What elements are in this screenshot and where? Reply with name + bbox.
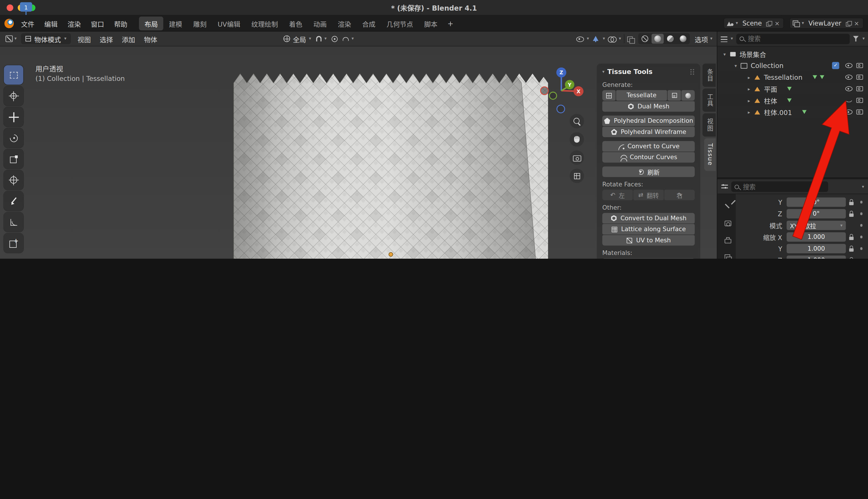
shading-wireframe-button[interactable] bbox=[639, 34, 651, 44]
lock-open-icon[interactable] bbox=[849, 236, 853, 240]
workspace-tab[interactable]: 动画 bbox=[308, 16, 332, 30]
viewport-nav-button[interactable] bbox=[570, 150, 584, 165]
outliner-search-input[interactable] bbox=[747, 34, 846, 43]
tool-button[interactable] bbox=[4, 65, 23, 85]
properties-search-input[interactable] bbox=[742, 182, 825, 191]
tool-button[interactable] bbox=[4, 86, 23, 106]
animate-dot-icon[interactable] bbox=[860, 212, 863, 215]
lock-open-icon[interactable] bbox=[849, 248, 853, 252]
random-materials-button[interactable]: Random Materials bbox=[602, 258, 694, 259]
viewport-3d[interactable]: 用户透视 (1) Collection | Tessellation bbox=[0, 47, 717, 259]
new-scene-icon[interactable] bbox=[766, 21, 771, 25]
blender-logo-icon[interactable] bbox=[4, 19, 14, 28]
workspace-tab[interactable]: 着色 bbox=[284, 16, 308, 30]
expand-icon[interactable] bbox=[745, 98, 753, 103]
remove-viewlayer-icon[interactable] bbox=[853, 20, 860, 26]
tool-button[interactable] bbox=[4, 233, 23, 253]
add-workspace-button[interactable]: + bbox=[443, 18, 458, 29]
menu-item[interactable]: 文件 bbox=[16, 17, 39, 29]
properties-tab[interactable] bbox=[720, 251, 736, 259]
shading-rendered-button[interactable] bbox=[677, 34, 689, 44]
menu-item[interactable]: 窗口 bbox=[86, 17, 109, 29]
scene-selector[interactable]: Scene bbox=[724, 18, 784, 29]
hide-in-viewport-eye-icon[interactable] bbox=[843, 99, 854, 102]
convert-to-curve-button[interactable]: Convert to Curve bbox=[602, 141, 694, 152]
menu-item[interactable]: 渲染 bbox=[62, 17, 86, 29]
drag-handle-icon[interactable] bbox=[690, 69, 694, 75]
menu-item[interactable]: 帮助 bbox=[109, 17, 132, 29]
convert-to-dual-mesh-button[interactable]: Convert to Dual Mesh bbox=[602, 213, 694, 223]
tessellate-settings-button[interactable] bbox=[602, 90, 615, 101]
expand-icon[interactable] bbox=[745, 86, 753, 92]
sidebar-tab[interactable]: Tissue bbox=[704, 138, 716, 171]
new-viewlayer-icon[interactable] bbox=[846, 21, 851, 25]
sidebar-tab[interactable]: 视图 bbox=[702, 113, 716, 136]
rotate-right-button[interactable]: 右 bbox=[664, 190, 694, 200]
workspace-tab[interactable]: 渲染 bbox=[332, 16, 357, 30]
workspace-tab[interactable]: 合成 bbox=[357, 16, 381, 30]
animate-dot-icon[interactable] bbox=[860, 247, 863, 250]
outliner-row[interactable]: Collection ✓ bbox=[717, 60, 868, 71]
lattice-along-surface-button[interactable]: Lattice along Surface bbox=[602, 224, 694, 234]
rotate-flip-button[interactable]: 翻转 bbox=[633, 190, 664, 200]
sidebar-tab[interactable]: 工具 bbox=[702, 89, 716, 112]
viewport-nav-button[interactable] bbox=[570, 169, 584, 183]
tool-button[interactable] bbox=[4, 149, 23, 169]
sidebar-tab[interactable]: 条目 bbox=[702, 64, 716, 87]
viewport-menu-item[interactable]: 选择 bbox=[95, 33, 117, 45]
collapse-icon[interactable] bbox=[602, 70, 605, 74]
outliner-search[interactable] bbox=[736, 34, 849, 44]
object-visibility-icon[interactable] bbox=[576, 35, 584, 42]
rotation-z-field[interactable]: 0° bbox=[786, 209, 846, 219]
animate-dot-icon[interactable] bbox=[860, 201, 863, 204]
disable-in-render-camera-icon[interactable] bbox=[854, 75, 865, 80]
polyhedral-decomposition-button[interactable]: Polyhedral Decomposition bbox=[602, 115, 694, 126]
shading-solid-button[interactable] bbox=[652, 34, 664, 44]
xray-toggle[interactable] bbox=[627, 35, 635, 42]
properties-editor-icon[interactable] bbox=[721, 184, 728, 190]
workspace-tab[interactable]: 纹理绘制 bbox=[246, 16, 284, 30]
expand-icon[interactable] bbox=[745, 109, 753, 115]
filter-funnel-icon[interactable] bbox=[853, 36, 859, 41]
proportional-falloff-select[interactable] bbox=[343, 36, 354, 41]
hide-in-viewport-eye-icon[interactable] bbox=[843, 75, 854, 80]
polyhedral-wireframe-button[interactable]: Polyhedral Wireframe bbox=[602, 127, 694, 137]
scale-x-field[interactable]: 1.000 bbox=[786, 232, 846, 242]
viewport-options-menu[interactable]: 选项 bbox=[693, 34, 715, 44]
disable-in-render-camera-icon[interactable] bbox=[854, 86, 865, 91]
selectability-checkbox[interactable]: ✓ bbox=[832, 62, 839, 69]
rotate-left-button[interactable]: 左 bbox=[602, 190, 633, 200]
disable-in-render-camera-icon[interactable] bbox=[854, 98, 865, 103]
hide-in-viewport-eye-icon[interactable] bbox=[843, 63, 854, 68]
rotation-mode-select[interactable]: XYZ 欧拉 bbox=[786, 220, 846, 230]
viewport-menu-item[interactable]: 视图 bbox=[73, 33, 95, 45]
workspace-tab[interactable]: 脚本 bbox=[418, 16, 443, 30]
viewport-menu-item[interactable]: 物体 bbox=[140, 33, 162, 45]
close-window-button[interactable] bbox=[7, 4, 13, 11]
lock-open-icon[interactable] bbox=[849, 202, 853, 205]
tool-button[interactable] bbox=[4, 107, 23, 126]
snap-toggle[interactable] bbox=[316, 36, 326, 41]
properties-search[interactable] bbox=[732, 182, 828, 192]
viewport-menu-item[interactable]: 添加 bbox=[117, 33, 140, 45]
outliner-row[interactable]: 场景集合 ✓ bbox=[717, 48, 868, 60]
hide-in-viewport-eye-icon[interactable] bbox=[843, 86, 854, 91]
tool-button[interactable] bbox=[4, 170, 23, 190]
outliner-editor-icon[interactable] bbox=[721, 36, 727, 41]
refresh-button[interactable]: 刷新 bbox=[602, 166, 694, 177]
rotation-y-field[interactable]: 0° bbox=[786, 197, 846, 207]
scale-y-field[interactable]: 1.000 bbox=[786, 244, 846, 253]
tessellate-component-button[interactable] bbox=[681, 90, 694, 101]
animate-dot-icon[interactable] bbox=[860, 236, 863, 238]
show-gizmo-toggle[interactable] bbox=[592, 35, 600, 42]
properties-tab[interactable] bbox=[720, 217, 736, 230]
properties-tab[interactable] bbox=[720, 234, 736, 247]
expand-icon[interactable] bbox=[745, 74, 753, 80]
menu-item[interactable]: 编辑 bbox=[39, 17, 62, 29]
workspace-tab[interactable]: 雕刻 bbox=[188, 16, 212, 30]
navigation-gizmo[interactable]: Z Y X bbox=[540, 66, 584, 117]
playhead-badge[interactable]: 1 bbox=[20, 2, 32, 12]
workspace-tab[interactable]: UV编辑 bbox=[212, 16, 246, 30]
tessellate-menu-button[interactable] bbox=[668, 90, 681, 101]
expand-icon[interactable] bbox=[732, 63, 740, 68]
